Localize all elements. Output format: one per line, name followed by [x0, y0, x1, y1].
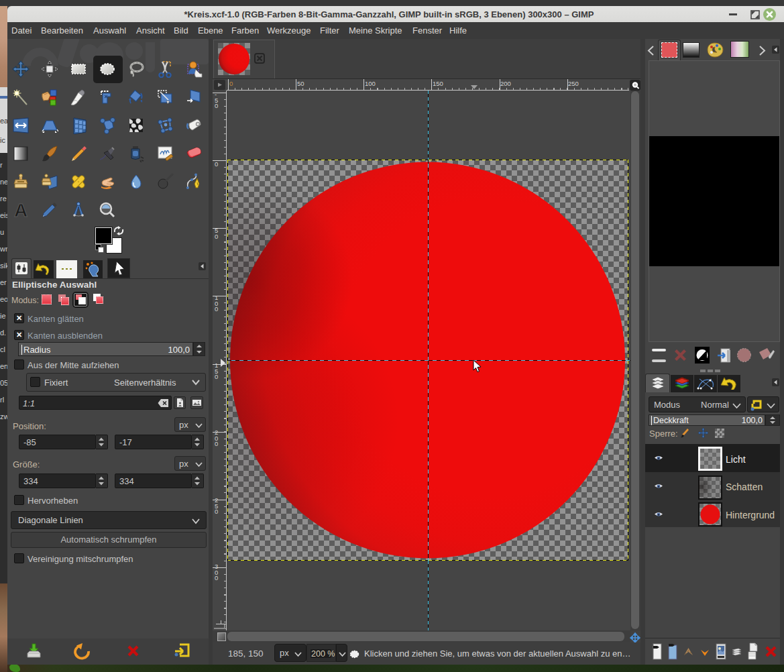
svg-text:A: A [14, 201, 27, 219]
